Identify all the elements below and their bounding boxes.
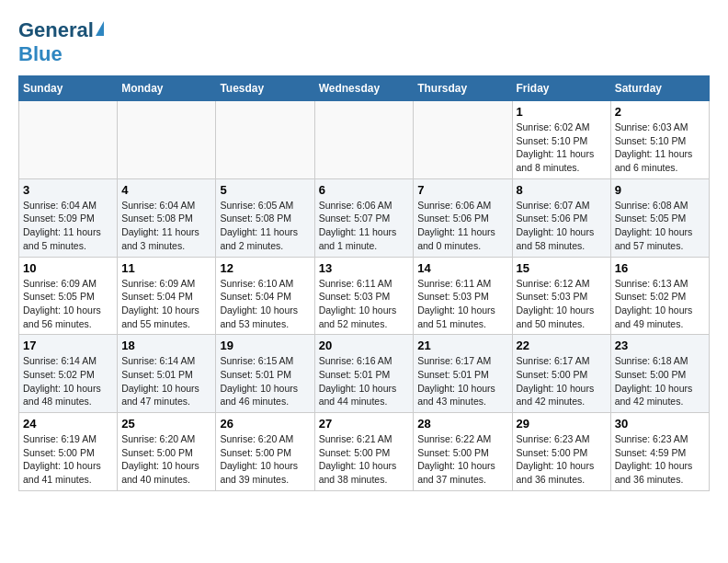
calendar-body: 1Sunrise: 6:02 AM Sunset: 5:10 PM Daylig… [19, 101, 710, 491]
weekday-header-row: SundayMondayTuesdayWednesdayThursdayFrid… [19, 76, 710, 101]
day-info: Sunrise: 6:03 AM Sunset: 5:10 PM Dayligh… [615, 121, 705, 175]
day-info: Sunrise: 6:14 AM Sunset: 5:01 PM Dayligh… [121, 354, 211, 408]
day-info: Sunrise: 6:06 AM Sunset: 5:06 PM Dayligh… [417, 199, 507, 253]
day-info: Sunrise: 6:17 AM Sunset: 5:00 PM Dayligh… [517, 354, 607, 408]
day-info: Sunrise: 6:14 AM Sunset: 5:02 PM Dayligh… [23, 354, 113, 408]
day-number: 8 [517, 183, 607, 197]
day-number: 29 [517, 417, 607, 431]
calendar-cell: 10Sunrise: 6:09 AM Sunset: 5:05 PM Dayli… [19, 257, 118, 335]
day-info: Sunrise: 6:15 AM Sunset: 5:01 PM Dayligh… [220, 354, 310, 408]
logo-general: General [18, 18, 94, 42]
calendar-cell: 6Sunrise: 6:06 AM Sunset: 5:07 PM Daylig… [314, 178, 414, 257]
calendar-cell [118, 101, 216, 179]
day-info: Sunrise: 6:10 AM Sunset: 5:04 PM Dayligh… [220, 277, 310, 331]
calendar-cell: 3Sunrise: 6:04 AM Sunset: 5:09 PM Daylig… [19, 178, 118, 257]
calendar-cell: 21Sunrise: 6:17 AM Sunset: 5:01 PM Dayli… [414, 335, 512, 413]
day-number: 18 [121, 339, 211, 352]
calendar-cell: 27Sunrise: 6:21 AM Sunset: 5:00 PM Dayli… [314, 413, 414, 491]
calendar-cell: 2Sunrise: 6:03 AM Sunset: 5:10 PM Daylig… [610, 101, 709, 179]
calendar-cell: 23Sunrise: 6:18 AM Sunset: 5:00 PM Dayli… [610, 335, 709, 413]
calendar-cell: 4Sunrise: 6:04 AM Sunset: 5:08 PM Daylig… [118, 178, 216, 257]
weekday-header-saturday: Saturday [610, 76, 709, 101]
day-info: Sunrise: 6:06 AM Sunset: 5:07 PM Dayligh… [319, 199, 410, 253]
day-number: 12 [220, 261, 310, 275]
calendar-cell: 29Sunrise: 6:23 AM Sunset: 5:00 PM Dayli… [512, 413, 610, 491]
day-info: Sunrise: 6:23 AM Sunset: 4:59 PM Dayligh… [615, 432, 705, 487]
calendar-cell: 16Sunrise: 6:13 AM Sunset: 5:02 PM Dayli… [610, 257, 709, 335]
day-number: 2 [615, 105, 705, 119]
day-number: 3 [23, 183, 113, 197]
calendar-week-5: 24Sunrise: 6:19 AM Sunset: 5:00 PM Dayli… [19, 413, 710, 491]
day-info: Sunrise: 6:07 AM Sunset: 5:06 PM Dayligh… [517, 199, 607, 253]
day-info: Sunrise: 6:04 AM Sunset: 5:09 PM Dayligh… [23, 199, 113, 253]
calendar-cell: 11Sunrise: 6:09 AM Sunset: 5:04 PM Dayli… [118, 257, 216, 335]
day-info: Sunrise: 6:18 AM Sunset: 5:00 PM Dayligh… [615, 354, 705, 408]
calendar-cell [314, 101, 414, 179]
calendar-cell: 24Sunrise: 6:19 AM Sunset: 5:00 PM Dayli… [19, 413, 118, 491]
calendar-week-1: 1Sunrise: 6:02 AM Sunset: 5:10 PM Daylig… [19, 101, 710, 179]
day-number: 13 [319, 261, 410, 275]
day-number: 17 [23, 339, 113, 352]
day-info: Sunrise: 6:04 AM Sunset: 5:08 PM Dayligh… [121, 199, 211, 253]
day-number: 15 [517, 261, 607, 275]
calendar-cell: 22Sunrise: 6:17 AM Sunset: 5:00 PM Dayli… [512, 335, 610, 413]
day-number: 21 [417, 339, 507, 352]
day-number: 22 [517, 339, 607, 352]
day-info: Sunrise: 6:11 AM Sunset: 5:03 PM Dayligh… [417, 277, 507, 331]
calendar-cell: 20Sunrise: 6:16 AM Sunset: 5:01 PM Dayli… [314, 335, 414, 413]
day-number: 19 [220, 339, 310, 352]
day-info: Sunrise: 6:20 AM Sunset: 5:00 PM Dayligh… [121, 432, 211, 487]
day-number: 20 [319, 339, 410, 352]
day-info: Sunrise: 6:09 AM Sunset: 5:04 PM Dayligh… [121, 277, 211, 331]
calendar-cell: 9Sunrise: 6:08 AM Sunset: 5:05 PM Daylig… [610, 178, 709, 257]
day-info: Sunrise: 6:23 AM Sunset: 5:00 PM Dayligh… [517, 432, 607, 487]
calendar-cell: 18Sunrise: 6:14 AM Sunset: 5:01 PM Dayli… [118, 335, 216, 413]
day-info: Sunrise: 6:20 AM Sunset: 5:00 PM Dayligh… [220, 432, 310, 487]
calendar-cell: 17Sunrise: 6:14 AM Sunset: 5:02 PM Dayli… [19, 335, 118, 413]
calendar-cell [19, 101, 118, 179]
calendar-cell: 25Sunrise: 6:20 AM Sunset: 5:00 PM Dayli… [118, 413, 216, 491]
day-number: 25 [121, 417, 211, 431]
day-info: Sunrise: 6:11 AM Sunset: 5:03 PM Dayligh… [319, 277, 410, 331]
day-number: 10 [23, 261, 113, 275]
day-info: Sunrise: 6:13 AM Sunset: 5:02 PM Dayligh… [615, 277, 705, 331]
day-number: 11 [121, 261, 211, 275]
calendar-table: SundayMondayTuesdayWednesdayThursdayFrid… [18, 75, 710, 491]
calendar-cell: 5Sunrise: 6:05 AM Sunset: 5:08 PM Daylig… [216, 178, 314, 257]
day-info: Sunrise: 6:22 AM Sunset: 5:00 PM Dayligh… [417, 432, 507, 487]
day-number: 30 [615, 417, 705, 431]
day-number: 4 [121, 183, 211, 197]
day-info: Sunrise: 6:21 AM Sunset: 5:00 PM Dayligh… [319, 432, 410, 487]
day-number: 23 [615, 339, 705, 352]
weekday-header-tuesday: Tuesday [216, 76, 314, 101]
calendar-week-3: 10Sunrise: 6:09 AM Sunset: 5:05 PM Dayli… [19, 257, 710, 335]
logo-blue: Blue [18, 42, 63, 66]
weekday-header-sunday: Sunday [19, 76, 118, 101]
calendar-cell: 19Sunrise: 6:15 AM Sunset: 5:01 PM Dayli… [216, 335, 314, 413]
day-info: Sunrise: 6:08 AM Sunset: 5:05 PM Dayligh… [615, 199, 705, 253]
day-number: 27 [319, 417, 410, 431]
calendar-cell [216, 101, 314, 179]
day-number: 7 [417, 183, 507, 197]
day-info: Sunrise: 6:09 AM Sunset: 5:05 PM Dayligh… [23, 277, 113, 331]
day-number: 28 [417, 417, 507, 431]
weekday-header-friday: Friday [512, 76, 610, 101]
calendar-cell: 1Sunrise: 6:02 AM Sunset: 5:10 PM Daylig… [512, 101, 610, 179]
day-number: 9 [615, 183, 705, 197]
day-info: Sunrise: 6:12 AM Sunset: 5:03 PM Dayligh… [517, 277, 607, 331]
calendar-cell: 12Sunrise: 6:10 AM Sunset: 5:04 PM Dayli… [216, 257, 314, 335]
calendar-cell: 15Sunrise: 6:12 AM Sunset: 5:03 PM Dayli… [512, 257, 610, 335]
day-number: 16 [615, 261, 705, 275]
weekday-header-thursday: Thursday [414, 76, 512, 101]
day-number: 6 [319, 183, 410, 197]
weekday-header-wednesday: Wednesday [314, 76, 414, 101]
day-info: Sunrise: 6:17 AM Sunset: 5:01 PM Dayligh… [417, 354, 507, 408]
day-number: 1 [517, 105, 607, 119]
calendar-week-2: 3Sunrise: 6:04 AM Sunset: 5:09 PM Daylig… [19, 178, 710, 257]
day-number: 5 [220, 183, 310, 197]
calendar-cell: 13Sunrise: 6:11 AM Sunset: 5:03 PM Dayli… [314, 257, 414, 335]
calendar-cell: 14Sunrise: 6:11 AM Sunset: 5:03 PM Dayli… [414, 257, 512, 335]
calendar-cell: 7Sunrise: 6:06 AM Sunset: 5:06 PM Daylig… [414, 178, 512, 257]
calendar-cell: 26Sunrise: 6:20 AM Sunset: 5:00 PM Dayli… [216, 413, 314, 491]
day-number: 24 [23, 417, 113, 431]
